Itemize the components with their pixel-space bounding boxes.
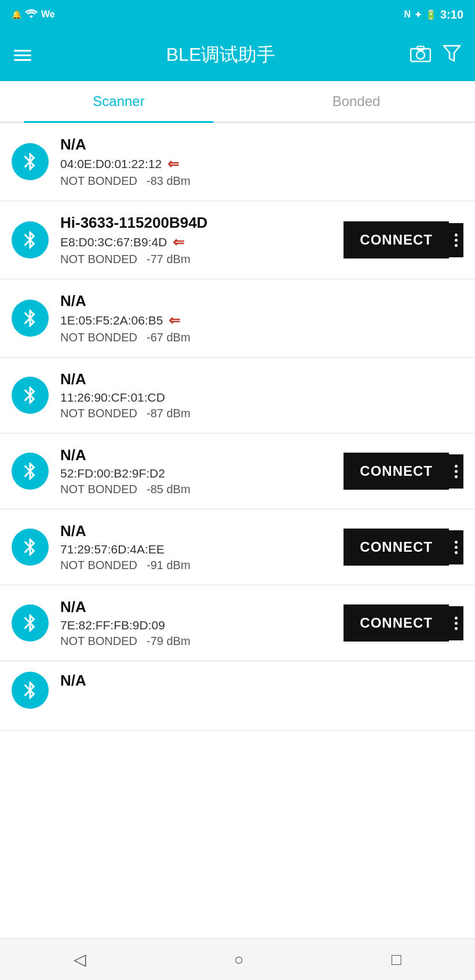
bluetooth-icon: [12, 453, 49, 490]
list-item: N/A 1E:05:F5:2A:06:B5 ⇐ NOT BONDED -67 d…: [0, 279, 475, 358]
device-info: N/A 1E:05:F5:2A:06:B5 ⇐ NOT BONDED -67 d…: [60, 292, 463, 344]
list-item: N/A 71:29:57:6D:4A:EE NOT BONDED -91 dBm…: [0, 509, 475, 585]
list-item: N/A 52:FD:00:B2:9F:D2 NOT BONDED -85 dBm…: [0, 433, 475, 509]
bluetooth-icon: [12, 300, 49, 337]
list-item: N/A: [0, 661, 475, 731]
connect-button-wrap: CONNECT: [344, 529, 463, 566]
list-item: N/A 11:26:90:CF:01:CD NOT BONDED -87 dBm: [0, 358, 475, 433]
home-button[interactable]: ○: [217, 945, 261, 975]
device-info: N/A 04:0E:D0:01:22:12 ⇐ NOT BONDED -83 d…: [60, 136, 463, 188]
bluetooth-icon: [12, 143, 49, 180]
clock: 3:10: [440, 8, 463, 21]
connect-button[interactable]: CONNECT: [344, 221, 449, 258]
tab-bonded[interactable]: Bonded: [237, 81, 475, 122]
connect-button[interactable]: CONNECT: [344, 604, 449, 642]
camera-button[interactable]: [410, 44, 431, 67]
more-options-button[interactable]: [449, 606, 463, 640]
bottom-navigation: ◁ ○ □: [0, 938, 475, 980]
list-item: N/A 7E:82:FF:FB:9D:09 NOT BONDED -79 dBm…: [0, 585, 475, 661]
notification-icon: 🔔: [12, 10, 21, 19]
connect-button[interactable]: CONNECT: [344, 453, 449, 490]
signal-arrow-icon: ⇐: [169, 312, 180, 329]
list-item: Hi-3633-115200B94D E8:D0:3C:67:B9:4D ⇐ N…: [0, 201, 475, 279]
carrier-icon: We: [41, 9, 55, 20]
status-bar-right: N ✦ 🔋 3:10: [404, 8, 463, 21]
bluetooth-status-icon: ✦: [414, 9, 422, 20]
device-info: N/A 7E:82:FF:FB:9D:09 NOT BONDED -79 dBm: [60, 598, 332, 648]
connect-button-wrap: CONNECT: [344, 221, 463, 258]
back-button[interactable]: ◁: [56, 944, 104, 975]
device-list: N/A 04:0E:D0:01:22:12 ⇐ NOT BONDED -83 d…: [0, 123, 475, 731]
svg-point-1: [416, 51, 425, 59]
list-item: N/A 04:0E:D0:01:22:12 ⇐ NOT BONDED -83 d…: [0, 123, 475, 201]
status-bar: 🔔 We N ✦ 🔋 3:10: [0, 0, 475, 29]
menu-button[interactable]: [14, 50, 31, 61]
bluetooth-icon: [12, 377, 49, 414]
wifi-icon: [25, 9, 38, 21]
device-info: Hi-3633-115200B94D E8:D0:3C:67:B9:4D ⇐ N…: [60, 214, 332, 266]
tab-bar: Scanner Bonded: [0, 81, 475, 123]
recent-apps-button[interactable]: □: [374, 945, 419, 975]
battery-icon: 🔋: [425, 9, 437, 20]
device-info: N/A 11:26:90:CF:01:CD NOT BONDED -87 dBm: [60, 370, 463, 420]
connect-button[interactable]: CONNECT: [344, 529, 449, 566]
signal-arrow-icon: ⇐: [173, 234, 184, 250]
tab-scanner[interactable]: Scanner: [0, 81, 237, 122]
bluetooth-icon: [12, 672, 49, 709]
bluetooth-icon: [12, 529, 49, 566]
device-info: N/A 71:29:57:6D:4A:EE NOT BONDED -91 dBm: [60, 522, 332, 572]
more-options-button[interactable]: [449, 454, 463, 489]
app-bar: BLE调试助手: [0, 29, 475, 81]
connect-button-wrap: CONNECT: [344, 604, 463, 642]
connect-button-wrap: CONNECT: [344, 453, 463, 490]
status-bar-left: 🔔 We: [12, 9, 55, 21]
more-options-button[interactable]: [449, 530, 463, 564]
more-options-button[interactable]: [449, 223, 463, 257]
nfc-icon: N: [404, 9, 411, 20]
bluetooth-icon: [12, 221, 49, 258]
device-info: N/A 52:FD:00:B2:9F:D2 NOT BONDED -85 dBm: [60, 446, 332, 496]
filter-button[interactable]: [443, 43, 461, 67]
signal-arrow-icon: ⇐: [167, 156, 179, 172]
app-title: BLE调试助手: [43, 42, 399, 68]
device-info: N/A: [60, 672, 463, 692]
bluetooth-icon: [12, 604, 49, 642]
